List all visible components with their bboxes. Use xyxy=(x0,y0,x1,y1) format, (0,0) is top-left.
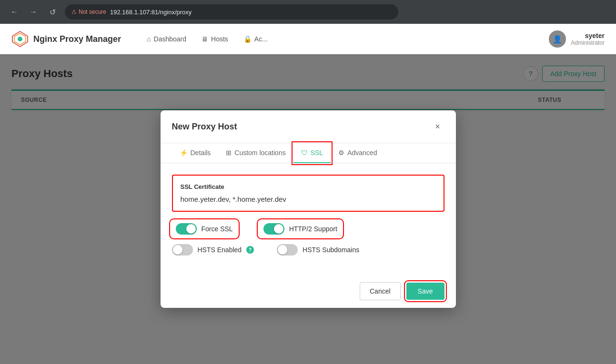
hsts-help-icon[interactable]: ? xyxy=(246,246,254,254)
access-icon: 🔒 xyxy=(243,35,252,43)
user-area: 👤 syeter Administrator xyxy=(549,30,605,48)
hsts-subdomains-label: HSTS Subdomains xyxy=(303,246,359,254)
modal-close-button[interactable]: × xyxy=(431,120,444,133)
ssl-certificate-section: SSL Certificate home.yeter.dev, *.home.y… xyxy=(172,175,444,212)
details-tab-icon: ⚡ xyxy=(180,149,188,157)
force-ssl-label: Force SSL xyxy=(202,225,233,233)
http2-toggle[interactable] xyxy=(263,223,284,235)
svg-point-2 xyxy=(18,37,22,41)
modal-title: New Proxy Host xyxy=(172,122,237,132)
tab-advanced[interactable]: ⚙ Advanced xyxy=(331,143,384,163)
http2-knob xyxy=(274,224,283,234)
ssl-cert-value: home.yeter.dev, *.home.yeter.dev xyxy=(181,195,436,203)
ssl-cert-label: SSL Certificate xyxy=(181,183,436,190)
modal-header: New Proxy Host × xyxy=(161,110,456,143)
toggle-row-1: Force SSL HTTP/2 Support xyxy=(172,221,444,236)
hsts-subdomains-toggle-item: HSTS Subdomains xyxy=(277,244,359,256)
content-area: Proxy Hosts ? Add Proxy Host SOURCE STAT… xyxy=(0,54,616,364)
forward-button[interactable]: → xyxy=(27,5,40,19)
modal-footer: Cancel Save xyxy=(161,275,456,308)
hsts-enabled-toggle-item: HSTS Enabled ? xyxy=(172,244,254,256)
not-secure-indicator: ⚠ Not secure xyxy=(71,9,106,15)
tab-custom-locations[interactable]: ⊞ Custom locations xyxy=(218,143,293,163)
hsts-subdomains-toggle[interactable] xyxy=(277,244,298,256)
app-container: Nginx Proxy Manager ⌂ Dashboard 🖥 Hosts … xyxy=(0,24,616,364)
tab-ssl[interactable]: 🛡 SSL xyxy=(293,143,331,163)
address-bar[interactable]: ⚠ Not secure 192.168.1.107:81/nginx/prox… xyxy=(65,4,398,20)
advanced-tab-label: Advanced xyxy=(347,149,377,157)
back-button[interactable]: ← xyxy=(8,5,21,19)
details-tab-label: Details xyxy=(191,149,211,157)
url-text: 192.168.1.107:81/nginx/proxy xyxy=(110,9,192,16)
hsts-enabled-toggle[interactable] xyxy=(172,244,193,256)
toggle-row-2: HSTS Enabled ? HSTS Subdomains xyxy=(172,244,444,256)
nav-hosts[interactable]: 🖥 Hosts xyxy=(195,32,235,46)
modal-tabs: ⚡ Details ⊞ Custom locations 🛡 SSL ⚙ Adv… xyxy=(161,143,456,163)
hsts-enabled-knob xyxy=(173,245,182,255)
custom-locations-tab-label: Custom locations xyxy=(234,149,285,157)
force-ssl-toggle[interactable] xyxy=(176,223,197,235)
user-role: Administrator xyxy=(571,39,605,46)
new-proxy-host-modal: New Proxy Host × ⚡ Details ⊞ Custom loca… xyxy=(161,110,456,308)
modal-overlay: New Proxy Host × ⚡ Details ⊞ Custom loca… xyxy=(0,54,616,364)
app-title: Nginx Proxy Manager xyxy=(33,34,121,44)
force-ssl-knob xyxy=(186,224,196,234)
http2-toggle-item: HTTP/2 Support xyxy=(260,221,341,236)
browser-chrome: ← → ↺ ⚠ Not secure 192.168.1.107:81/ngin… xyxy=(0,0,616,24)
hsts-enabled-label: HSTS Enabled xyxy=(198,246,242,254)
advanced-tab-icon: ⚙ xyxy=(338,149,344,157)
cancel-button[interactable]: Cancel xyxy=(360,282,401,300)
user-info: syeter Administrator xyxy=(571,32,605,46)
force-ssl-toggle-item: Force SSL xyxy=(172,221,237,236)
avatar: 👤 xyxy=(549,30,566,48)
top-nav: Nginx Proxy Manager ⌂ Dashboard 🖥 Hosts … xyxy=(0,24,616,54)
http2-label: HTTP/2 Support xyxy=(289,225,337,233)
ssl-tab-label: SSL xyxy=(311,149,323,157)
custom-locations-tab-icon: ⊞ xyxy=(226,149,232,157)
save-button[interactable]: Save xyxy=(406,283,444,300)
ssl-tab-icon: 🛡 xyxy=(301,149,308,157)
user-name: syeter xyxy=(571,32,605,39)
dashboard-icon: ⌂ xyxy=(147,35,151,43)
refresh-button[interactable]: ↺ xyxy=(46,5,59,19)
tab-details[interactable]: ⚡ Details xyxy=(172,143,219,163)
hosts-icon: 🖥 xyxy=(202,35,208,43)
nav-dashboard[interactable]: ⌂ Dashboard xyxy=(140,32,193,46)
warning-icon: ⚠ xyxy=(71,9,77,15)
modal-body: SSL Certificate home.yeter.dev, *.home.y… xyxy=(161,163,456,275)
hsts-subdomains-knob xyxy=(278,245,287,255)
nav-access[interactable]: 🔒 Ac... xyxy=(237,32,274,46)
logo-icon xyxy=(11,30,29,48)
logo-area: Nginx Proxy Manager xyxy=(11,30,121,48)
nav-links: ⌂ Dashboard 🖥 Hosts 🔒 Ac... xyxy=(140,32,274,46)
